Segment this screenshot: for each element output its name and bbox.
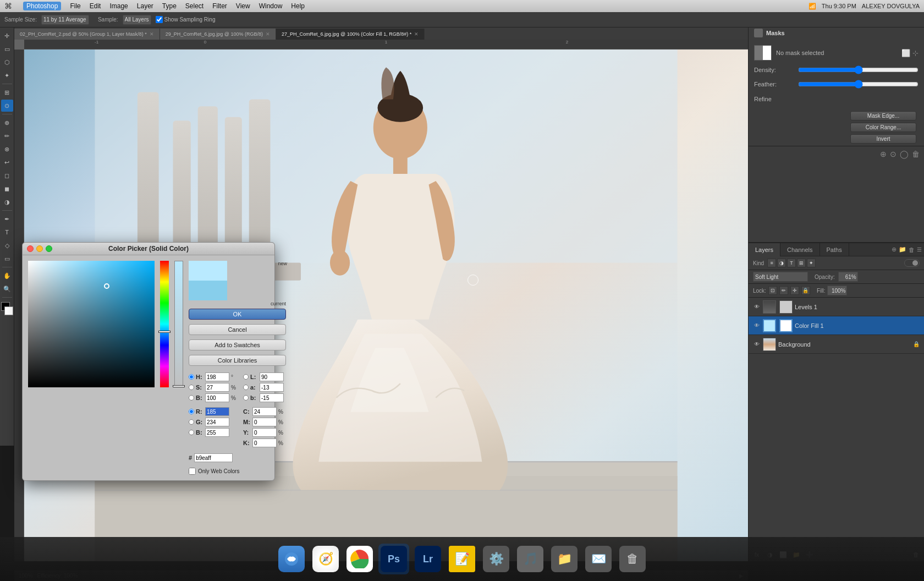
layer-background[interactable]: 👁 Background 🔒 xyxy=(749,335,924,354)
delete-layer-icon[interactable]: 🗑 xyxy=(909,246,915,253)
lock-all-btn[interactable]: 🔒 xyxy=(801,286,810,295)
lab-a-input[interactable]: -13 xyxy=(260,383,284,392)
invert-btn[interactable]: Invert xyxy=(850,134,916,144)
dodge-tool[interactable]: ◑ xyxy=(1,196,13,208)
saturation-input[interactable]: 27 xyxy=(205,383,229,392)
sample-select[interactable]: All Layers xyxy=(123,15,151,25)
shape-tool[interactable]: ▭ xyxy=(1,253,13,265)
green-radio[interactable] xyxy=(189,419,194,425)
type-tool[interactable]: T xyxy=(1,226,13,238)
menu-type[interactable]: Type xyxy=(162,2,177,10)
background-color[interactable] xyxy=(4,306,13,315)
add-to-swatches-button[interactable]: Add to Swatches xyxy=(189,339,286,350)
apple-logo[interactable]: ⌘ xyxy=(4,2,12,10)
history-tool[interactable]: ↩ xyxy=(1,156,13,168)
show-sampling-ring-checkbox[interactable] xyxy=(156,16,163,23)
close-dot[interactable] xyxy=(27,245,34,252)
dock-more1[interactable]: ⚙️ xyxy=(481,544,512,574)
dock-photoshop[interactable]: Ps xyxy=(378,544,409,574)
only-web-colors-label[interactable]: Only Web Colors xyxy=(189,468,286,475)
tab-channels[interactable]: Channels xyxy=(780,243,820,256)
red-radio[interactable] xyxy=(189,409,194,414)
hue-radio[interactable] xyxy=(189,374,194,380)
gradient-tool[interactable]: ◼ xyxy=(1,183,13,195)
menu-help[interactable]: Help xyxy=(291,2,305,10)
dock-chrome[interactable] xyxy=(344,544,375,574)
eyedropper-tool active[interactable]: ⊙ xyxy=(1,100,13,112)
disable-mask-icon[interactable]: ◯ xyxy=(900,150,909,158)
wand-tool[interactable]: ✦ xyxy=(1,69,13,81)
crop-tool[interactable]: ⊞ xyxy=(1,86,13,98)
hue-input[interactable]: 198 xyxy=(205,372,229,381)
dock-more3[interactable]: 📁 xyxy=(549,544,580,574)
layer-eye-bg[interactable]: 👁 xyxy=(753,341,761,348)
blend-mode-select[interactable]: Soft Light xyxy=(753,272,808,282)
tab-0[interactable]: 02_PH_ComRet_2.psd @ 50% (Group 1, Layer… xyxy=(14,29,160,40)
lab-l-radio[interactable] xyxy=(243,374,249,380)
dock-more4[interactable]: ✉️ xyxy=(583,544,614,574)
lab-b-radio[interactable] xyxy=(243,395,249,401)
blue-radio[interactable] xyxy=(189,430,194,435)
maximize-dot[interactable] xyxy=(46,245,52,252)
show-sampling-ring-label[interactable]: Show Sampling Ring xyxy=(156,16,216,23)
dock-stickies[interactable]: 📝 xyxy=(447,544,477,574)
mask-icon-1[interactable]: ⬜ xyxy=(901,49,910,57)
tab-1-close[interactable]: ✕ xyxy=(266,31,270,37)
lock-pixels-btn[interactable]: ✏ xyxy=(779,286,788,295)
layer-levels[interactable]: 👁 Levels 1 xyxy=(749,298,924,316)
tab-2-close[interactable]: ✕ xyxy=(414,31,419,37)
dock-lightroom[interactable]: Lr xyxy=(413,544,443,574)
filter-icon-1[interactable]: ≡ xyxy=(767,259,776,267)
layer-eye-colorfill[interactable]: 👁 xyxy=(753,322,761,330)
color-libraries-button[interactable]: Color Libraries xyxy=(189,355,286,366)
hand-tool[interactable]: ✋ xyxy=(1,270,13,282)
red-input[interactable]: 185 xyxy=(205,407,229,416)
filter-icon-3[interactable]: T xyxy=(787,259,796,267)
cyan-input[interactable]: 24 xyxy=(252,407,277,416)
alpha-slider-container[interactable] xyxy=(174,261,183,387)
color-range-btn[interactable]: Color Range... xyxy=(850,123,916,132)
tab-paths[interactable]: Paths xyxy=(820,243,849,256)
mask-edge-btn[interactable]: Mask Edge... xyxy=(850,111,916,120)
saturation-radio[interactable] xyxy=(189,385,194,390)
only-web-colors-checkbox[interactable] xyxy=(189,468,196,475)
menu-photoshop[interactable]: Photoshop xyxy=(23,2,61,10)
dock-finder[interactable] xyxy=(276,544,307,574)
tab-0-close[interactable]: ✕ xyxy=(150,31,154,37)
filter-icon-5[interactable]: ✦ xyxy=(807,259,816,267)
menu-filter[interactable]: Filter xyxy=(212,2,227,10)
fg-bg-swatches[interactable] xyxy=(0,302,14,319)
tab-1[interactable]: 29_PH_ComRet_6.jpg.jpg @ 100% (RGB/8) ✕ xyxy=(160,29,276,40)
menu-image[interactable]: Image xyxy=(109,2,128,10)
marquee-tool[interactable]: ▭ xyxy=(1,43,13,55)
tab-layers[interactable]: Layers xyxy=(749,243,780,256)
magenta-input[interactable]: 0 xyxy=(252,418,277,426)
hue-slider-container[interactable] xyxy=(160,261,169,387)
cancel-button[interactable]: Cancel xyxy=(189,324,286,335)
green-input[interactable]: 234 xyxy=(205,418,229,426)
tab-2[interactable]: 27_PH_ComRet_6.jpg.jpg @ 100% (Color Fil… xyxy=(276,29,425,40)
menu-view[interactable]: View xyxy=(236,2,250,10)
menu-window[interactable]: Window xyxy=(259,2,283,10)
new-group-icon[interactable]: 📁 xyxy=(899,246,906,253)
black-input[interactable]: 0 xyxy=(252,439,277,447)
lab-a-radio[interactable] xyxy=(243,385,249,390)
fill-input[interactable]: 100% xyxy=(827,286,847,295)
layer-eye-levels[interactable]: 👁 xyxy=(753,303,761,311)
sample-size-select[interactable]: 11 by 11 Average xyxy=(41,15,89,25)
eraser-tool[interactable]: ◻ xyxy=(1,169,13,182)
heal-tool[interactable]: ⊕ xyxy=(1,117,13,129)
preview-new-color[interactable] xyxy=(189,261,227,281)
zoom-tool[interactable]: 🔍 xyxy=(1,283,13,295)
lock-transparent-btn[interactable]: ⊡ xyxy=(768,286,777,295)
ok-button[interactable]: OK xyxy=(189,309,286,320)
lasso-tool[interactable]: ⬡ xyxy=(1,56,13,68)
apply-mask-icon[interactable]: ⊙ xyxy=(890,150,897,158)
add-mask-icon[interactable]: ⊕ xyxy=(880,150,887,158)
filter-toggle[interactable] xyxy=(904,259,920,267)
filter-icon-4[interactable]: ⊞ xyxy=(797,259,806,267)
menu-layer[interactable]: Layer xyxy=(137,2,153,10)
filter-icon-2[interactable]: ◑ xyxy=(777,259,786,267)
mask-icon-2[interactable]: ⊹ xyxy=(912,49,919,57)
opacity-input[interactable]: 61% xyxy=(838,272,858,282)
